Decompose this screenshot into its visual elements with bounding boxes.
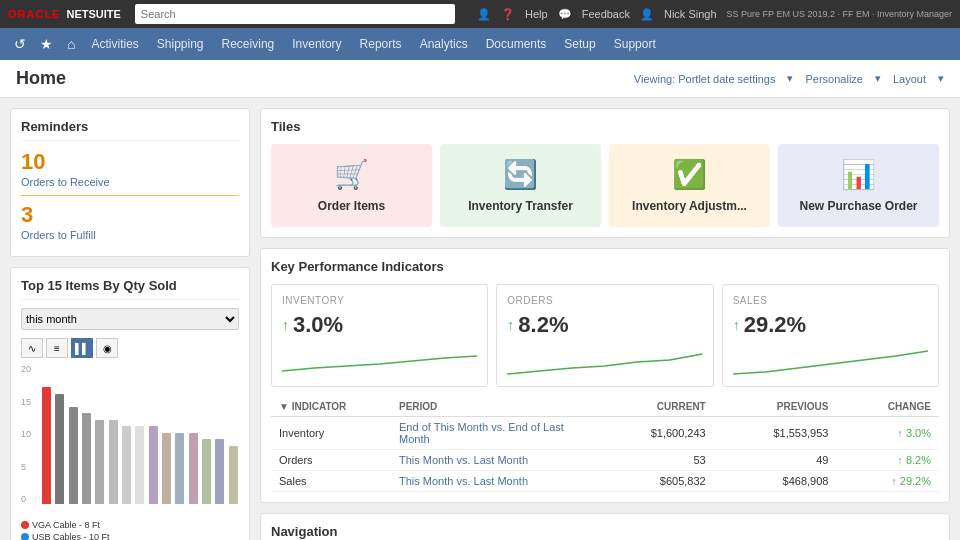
feedback-icon[interactable]: 💬 (558, 8, 572, 21)
layout-label[interactable]: Layout (893, 73, 926, 85)
kpi-sales-value: ↑ 29.2% (733, 312, 928, 338)
kpi-th-change: CHANGE (836, 397, 939, 417)
search-input[interactable] (135, 4, 455, 24)
kpi-row-orders: Orders This Month vs. Last Month 53 49 ↑… (271, 450, 939, 471)
help-icon[interactable]: ❓ (501, 8, 515, 21)
nav-analytics[interactable]: Analytics (412, 28, 476, 60)
tile-order-items-label: Order Items (318, 199, 385, 213)
nav-receiving[interactable]: Receiving (214, 28, 283, 60)
kpi-table: ▼ INDICATOR PERIOD CURRENT PREVIOUS CHAN… (271, 397, 939, 492)
kpi-sales-chart (733, 346, 928, 376)
kpi-current-orders: 53 (591, 450, 714, 471)
tiles-section: Tiles 🛒 Order Items 🔄 Inventory Transfer… (260, 108, 950, 238)
page-header: Home Viewing: Portlet date settings ▾ Pe… (0, 60, 960, 98)
top-items-title: Top 15 Items By Qty Sold (21, 278, 239, 300)
reminder-link-fulfill[interactable]: Orders to Fulfill (21, 229, 96, 241)
search-bar[interactable] (135, 4, 455, 24)
period-select[interactable]: this month last month this year (21, 308, 239, 330)
nav-bar: ↺ ★ ⌂ Activities Shipping Receiving Inve… (0, 28, 960, 60)
tile-order-items[interactable]: 🛒 Order Items (271, 144, 432, 227)
legend-usb10: USB Cables - 10 Ft (32, 532, 110, 540)
chart-bar-btn[interactable]: ▌▌ (71, 338, 93, 358)
kpi-inventory-arrow: ↑ (282, 317, 289, 333)
tile-inventory-transfer[interactable]: 🔄 Inventory Transfer (440, 144, 601, 227)
nav-activities[interactable]: Activities (83, 28, 146, 60)
chart-line-btn[interactable]: ∿ (21, 338, 43, 358)
kpi-title: Key Performance Indicators (271, 259, 939, 274)
tiles-title: Tiles (271, 119, 939, 134)
help-label[interactable]: Help (525, 8, 548, 20)
kpi-inventory-chart (282, 346, 477, 376)
kpi-sales-number: 29.2% (744, 312, 806, 338)
kpi-period-orders[interactable]: This Month vs. Last Month (391, 450, 591, 471)
reminder-number-fulfill: 3 (21, 202, 239, 228)
nav-shipping[interactable]: Shipping (149, 28, 212, 60)
kpi-inventory-value: ↑ 3.0% (282, 312, 477, 338)
main-content: Reminders 10 Orders to Receive 3 Orders … (0, 98, 960, 540)
top-bar: ORACLE NETSUITE 👤 ❓ Help 💬 Feedback 👤 Ni… (0, 0, 960, 28)
sort-icon[interactable]: ▼ (279, 401, 289, 412)
top-items-panel: Top 15 Items By Qty Sold this month last… (10, 267, 250, 540)
oracle-logo: ORACLE (8, 8, 60, 20)
chart-type-buttons: ∿ ≡ ▌▌ ◉ (21, 338, 239, 358)
kpi-sales-arrow: ↑ (733, 317, 740, 333)
chart-legend: VGA Cable - 8 Ft USB Cables - 10 Ft USB … (21, 520, 239, 540)
reminder-number-receive: 10 (21, 149, 239, 175)
tile-new-po[interactable]: 📊 New Purchase Order (778, 144, 939, 227)
kpi-cards: INVENTORY ↑ 3.0% ORDERS ↑ (271, 284, 939, 387)
nav-reports[interactable]: Reports (352, 28, 410, 60)
feedback-label[interactable]: Feedback (582, 8, 630, 20)
tile-inventory-adjust[interactable]: ✅ Inventory Adjustm... (609, 144, 770, 227)
home-icon[interactable]: ⌂ (61, 32, 81, 56)
nav-setup[interactable]: Setup (556, 28, 603, 60)
kpi-previous-orders: 49 (714, 450, 837, 471)
user-icon: 👤 (640, 8, 654, 21)
kpi-orders-arrow: ↑ (507, 317, 514, 333)
kpi-th-indicator: ▼ INDICATOR (271, 397, 391, 417)
kpi-row-sales: Sales This Month vs. Last Month $605,832… (271, 471, 939, 492)
user-role: SS Pure FP EM US 2019.2 · FF EM · Invent… (727, 9, 952, 19)
kpi-previous-inventory: $1,553,953 (714, 417, 837, 450)
viewing-label[interactable]: Viewing: Portlet date settings (634, 73, 776, 85)
kpi-card-sales: SALES ↑ 29.2% (722, 284, 939, 387)
kpi-indicator-orders: Orders (271, 450, 391, 471)
history-icon[interactable]: ↺ (8, 32, 32, 56)
kpi-section: Key Performance Indicators INVENTORY ↑ 3… (260, 248, 950, 503)
reminder-orders-fulfill: 3 Orders to Fulfill (21, 202, 239, 242)
chart-yaxis: 20151050 (21, 364, 31, 504)
nav-section: Navigation ≡ Inventory Manager Lists 📄 I… (260, 513, 950, 540)
kpi-change-inventory: ↑ 3.0% (836, 417, 939, 450)
kpi-orders-label: ORDERS (507, 295, 702, 306)
kpi-current-sales: $605,832 (591, 471, 714, 492)
personalize-label[interactable]: Personalize (805, 73, 862, 85)
personalize-chevron: ▾ (875, 72, 881, 85)
kpi-current-inventory: $1,600,243 (591, 417, 714, 450)
star-icon[interactable]: ★ (34, 32, 59, 56)
kpi-th-previous: PREVIOUS (714, 397, 837, 417)
chart-pie-btn[interactable]: ◉ (96, 338, 118, 358)
reminder-orders-receive: 10 Orders to Receive (21, 149, 239, 189)
kpi-period-inventory[interactable]: End of This Month vs. End of Last Month (391, 417, 591, 450)
kpi-orders-value: ↑ 8.2% (507, 312, 702, 338)
kpi-previous-sales: $468,908 (714, 471, 837, 492)
page-header-right: Viewing: Portlet date settings ▾ Persona… (634, 72, 944, 85)
kpi-change-orders: ↑ 8.2% (836, 450, 939, 471)
tile-new-po-icon: 📊 (841, 158, 876, 191)
kpi-period-sales[interactable]: This Month vs. Last Month (391, 471, 591, 492)
right-panel: Tiles 🛒 Order Items 🔄 Inventory Transfer… (260, 108, 950, 540)
kpi-th-current: CURRENT (591, 397, 714, 417)
chart-table-btn[interactable]: ≡ (46, 338, 68, 358)
reminders-panel: Reminders 10 Orders to Receive 3 Orders … (10, 108, 250, 257)
tiles-grid: 🛒 Order Items 🔄 Inventory Transfer ✅ Inv… (271, 144, 939, 227)
reminder-link-receive[interactable]: Orders to Receive (21, 176, 110, 188)
kpi-inventory-number: 3.0% (293, 312, 343, 338)
kpi-card-inventory: INVENTORY ↑ 3.0% (271, 284, 488, 387)
layout-chevron: ▾ (938, 72, 944, 85)
nav-section-title: Navigation (271, 524, 939, 539)
page-title: Home (16, 68, 66, 89)
nav-documents[interactable]: Documents (478, 28, 555, 60)
nav-inventory[interactable]: Inventory (284, 28, 349, 60)
top-items-controls: this month last month this year (21, 308, 239, 330)
nav-support[interactable]: Support (606, 28, 664, 60)
kpi-row-inventory: Inventory End of This Month vs. End of L… (271, 417, 939, 450)
